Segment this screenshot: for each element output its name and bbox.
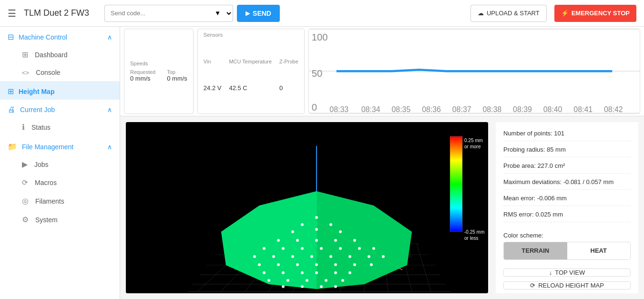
svg-point-43 [315, 228, 318, 231]
svg-text:08:34: 08:34 [361, 104, 380, 113]
play-icon: ▶ [245, 10, 250, 17]
system-label: System [35, 216, 58, 224]
top-view-button[interactable]: ↓ TOP VIEW [503, 268, 631, 277]
reload-height-map-button[interactable]: ⟳ RELOAD HEIGHT MAP [503, 281, 631, 289]
svg-point-66 [277, 263, 280, 266]
console-label: Console [36, 69, 60, 76]
svg-point-80 [306, 279, 308, 282]
svg-point-76 [334, 271, 337, 274]
upload-button-label: UPLOAD & START [487, 10, 540, 17]
send-button-label: SEND [253, 10, 271, 17]
svg-point-46 [296, 239, 299, 242]
svg-point-77 [348, 271, 351, 274]
file-management-label: File Management [22, 143, 73, 151]
send-input[interactable] [104, 5, 209, 22]
emergency-stop-button[interactable]: ⚡ EMERGENCY STOP [554, 5, 636, 22]
svg-point-54 [339, 247, 342, 250]
height-map-svg: Scale: 0.25 mm or more -0.25 mm [126, 122, 488, 293]
svg-point-60 [310, 255, 313, 258]
emergency-button-label: EMERGENCY STOP [572, 10, 630, 17]
svg-text:50: 50 [312, 68, 323, 79]
svg-text:0: 0 [312, 102, 317, 112]
menu-icon[interactable]: ☰ [8, 8, 16, 19]
sidebar-section-current-job[interactable]: 🖨 Current Job ∧ [0, 100, 120, 118]
height-map-area: Scale: 0.25 mm or more -0.25 mm [120, 116, 644, 299]
filaments-label: Filaments [35, 197, 64, 205]
svg-point-57 [253, 255, 256, 258]
sidebar-item-console[interactable]: <> Console [0, 64, 120, 81]
machine-control-chevron: ∧ [107, 33, 112, 41]
svg-point-45 [277, 239, 280, 242]
svg-text:08:41: 08:41 [573, 104, 593, 113]
lightning-icon: ⚡ [561, 10, 569, 17]
send-area: ▼ ▶ SEND [104, 5, 280, 22]
sidebar-item-status[interactable]: ℹ Status [0, 118, 120, 136]
mini-chart: 100 50 0 08:33 08:34 08:35 08:36 08:37 0… [308, 29, 640, 114]
dashboard-label: Dashboard [35, 51, 68, 59]
svg-text:Activar Windows: Activar Windows [292, 293, 331, 293]
status-icon: ℹ [22, 123, 25, 132]
color-scheme-label: Color scheme: [503, 232, 631, 239]
probing-radius-row: Probing radius: 85 mm [503, 146, 631, 157]
mean-error-row: Mean error: -0.006 mm [503, 195, 631, 206]
reload-height-map-label: RELOAD HEIGHT MAP [538, 282, 604, 289]
svg-point-53 [320, 247, 323, 250]
jobs-icon: ▶ [22, 160, 28, 169]
top-view-icon: ↓ [549, 269, 552, 276]
num-points-row: Number of points: 101 [503, 130, 631, 141]
sidebar-section-machine-control[interactable]: ⊟ Machine Control ∧ [0, 27, 120, 45]
svg-point-68 [315, 263, 318, 266]
send-dropdown[interactable]: ▼ [209, 5, 233, 22]
zprobe-value: 0 [279, 84, 298, 92]
macros-label: Macros [35, 179, 57, 186]
svg-point-51 [282, 247, 285, 250]
heat-button[interactable]: HEAT [567, 242, 631, 259]
sidebar-section-file-management[interactable]: 📁 File Management ∧ [0, 136, 120, 155]
sidebar-item-macros[interactable]: ⟳ Macros [0, 174, 120, 192]
sidebar-item-jobs[interactable]: ▶ Jobs [0, 155, 120, 174]
jobs-label: Jobs [34, 161, 49, 168]
macros-icon: ⟳ [22, 178, 28, 187]
sidebar-section-height-map[interactable]: ⊞ Height Map [0, 81, 120, 100]
file-management-chevron: ∧ [107, 143, 112, 151]
requested-speed: Requested 0 mm/s [130, 69, 155, 82]
svg-point-82 [341, 279, 344, 282]
color-scheme-buttons: TERRAIN HEAT [503, 242, 631, 260]
sensors-title: Sensors [204, 32, 298, 38]
upload-button[interactable]: ☁ UPLOAD & START [470, 5, 547, 22]
svg-point-61 [329, 255, 332, 258]
console-icon: <> [22, 69, 29, 76]
main-content: Speeds Requested 0 mm/s Top 0 mm/s Senso… [120, 27, 644, 299]
sidebar-item-dashboard[interactable]: ⊞ Dashboard [0, 45, 120, 64]
probe-area-row: Probe area: 227.0 cm² [503, 162, 631, 174]
sidebar-item-system[interactable]: ⚙ System [0, 210, 120, 229]
svg-point-65 [258, 263, 261, 266]
top-speed: Top 0 mm/s [167, 69, 187, 82]
info-panel: Number of points: 101 Probing radius: 85… [496, 122, 638, 293]
current-job-chevron: ∧ [107, 106, 112, 113]
svg-point-64 [382, 255, 385, 258]
reload-icon: ⟳ [530, 282, 535, 289]
svg-text:08:37: 08:37 [452, 104, 471, 113]
svg-point-63 [368, 255, 370, 258]
svg-point-73 [282, 271, 285, 274]
svg-text:0.25 mm: 0.25 mm [464, 138, 483, 143]
current-job-icon: 🖨 [8, 105, 15, 114]
svg-point-47 [315, 239, 318, 242]
svg-point-70 [353, 263, 356, 266]
svg-text:08:39: 08:39 [513, 104, 532, 113]
stats-strip: Speeds Requested 0 mm/s Top 0 mm/s Senso… [120, 27, 644, 116]
svg-point-79 [286, 279, 289, 282]
mcu-label: MCU Temperature [229, 59, 272, 64]
svg-text:08:38: 08:38 [482, 104, 501, 113]
svg-point-59 [291, 255, 294, 258]
svg-point-62 [348, 255, 351, 258]
svg-text:08:40: 08:40 [543, 104, 562, 113]
status-label: Status [31, 124, 51, 131]
terrain-button[interactable]: TERRAIN [504, 242, 567, 259]
svg-point-83 [282, 285, 285, 288]
svg-text:08:36: 08:36 [422, 104, 441, 113]
svg-point-71 [370, 263, 373, 266]
send-button[interactable]: ▶ SEND [237, 5, 280, 22]
sidebar-item-filaments[interactable]: ◎ Filaments [0, 192, 120, 210]
